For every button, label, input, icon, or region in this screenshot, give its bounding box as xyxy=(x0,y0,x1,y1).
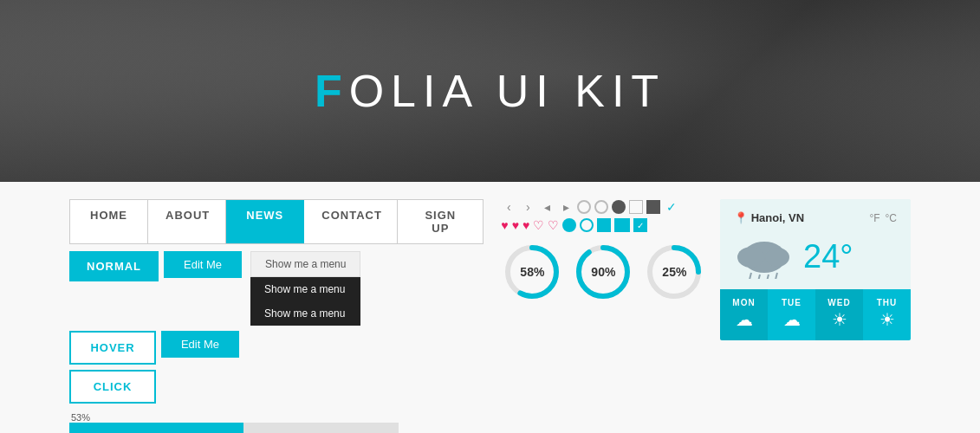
hero-title: FOLIA UI KIT xyxy=(315,65,665,117)
heart-icon-3[interactable]: ♥ xyxy=(522,218,529,232)
weather-day-thu[interactable]: THU ☀ xyxy=(863,289,911,340)
charts-row: 58% 90% 25% xyxy=(501,241,703,303)
day-icon-mon: ☁ xyxy=(727,309,761,330)
normal-row: NORMAL Edit Me Show me a menu Show me a … xyxy=(69,251,484,326)
tab-signup[interactable]: SIGN UP xyxy=(398,200,483,243)
svg-point-8 xyxy=(765,248,789,267)
dot-teal[interactable] xyxy=(562,218,576,232)
normal-button[interactable]: NORMAL xyxy=(69,251,159,281)
weather-day-tue[interactable]: TUE ☁ xyxy=(768,289,815,340)
check-icon[interactable]: ✓ xyxy=(664,199,679,215)
square-teal-1[interactable] xyxy=(597,218,611,232)
dot-empty-2[interactable] xyxy=(594,200,608,214)
tab-contact[interactable]: CONTACT xyxy=(304,200,398,243)
prev-icon[interactable]: ◂ xyxy=(539,199,555,215)
middle-column: ‹ › ◂ ▸ ✓ ♥ ♥ ♥ ♡ ♡ ✓ xyxy=(501,199,703,303)
dropdown-item-2[interactable]: Show me a menu xyxy=(250,277,360,301)
day-icon-wed: ☀ xyxy=(822,309,856,330)
circle-chart-3: 25% xyxy=(643,241,705,303)
hero-banner: FOLIA UI KIT xyxy=(0,0,980,182)
square-grid-2[interactable] xyxy=(646,200,660,214)
heart-outline-2[interactable]: ♡ xyxy=(548,218,559,232)
svg-point-7 xyxy=(737,247,765,268)
next-icon[interactable]: ▸ xyxy=(558,199,574,215)
weather-day-wed[interactable]: WED ☀ xyxy=(815,289,863,340)
progress-bar-1-fill xyxy=(69,423,243,433)
click-row: Click xyxy=(69,370,484,404)
weather-day-mon[interactable]: MON ☁ xyxy=(720,289,768,340)
controls-grid: ‹ › ◂ ▸ ✓ ♥ ♥ ♥ ♡ ♡ ✓ xyxy=(501,199,703,232)
weather-top: 📍 Hanoi, VN °F °C xyxy=(720,199,911,289)
dropdown-item-1[interactable]: Show me a menu xyxy=(250,251,360,277)
progress-bar-1-container: 53% xyxy=(69,412,484,433)
arrow-right-icon[interactable]: › xyxy=(520,199,535,215)
controls-row-1: ‹ › ◂ ▸ ✓ xyxy=(501,199,703,215)
day-name-wed: WED xyxy=(822,298,856,307)
dot-filled-dark[interactable] xyxy=(612,200,626,214)
weather-location: 📍 Hanoi, VN xyxy=(734,211,804,224)
progress-bar-1-label: 53% xyxy=(69,412,484,423)
weather-widget: 📍 Hanoi, VN °F °C xyxy=(720,199,911,340)
day-name-mon: MON xyxy=(727,298,761,307)
nav-tabs: HOME ABOUT NEWS CONTACT SIGN UP xyxy=(69,199,484,244)
location-text: Hanoi, VN xyxy=(751,211,804,224)
tab-news[interactable]: NEWS xyxy=(226,200,304,243)
svg-line-12 xyxy=(776,273,777,279)
temp-f[interactable]: °F xyxy=(869,212,879,224)
square-teal-checked[interactable]: ✓ xyxy=(633,218,647,232)
square-grid-1[interactable] xyxy=(629,200,643,214)
weather-days-row: MON ☁ TUE ☁ WED ☀ THU ☀ xyxy=(720,289,911,340)
chart-2-label: 90% xyxy=(591,265,615,279)
temp-toggle: °F °C xyxy=(869,212,897,224)
tab-about[interactable]: ABOUT xyxy=(148,200,226,243)
svg-line-10 xyxy=(758,275,760,279)
day-name-tue: TUE xyxy=(775,298,808,307)
hover-row: HOVER Edit Me xyxy=(69,331,484,365)
controls-row-2: ♥ ♥ ♥ ♡ ♡ ✓ xyxy=(501,218,703,232)
dot-empty-1[interactable] xyxy=(577,200,591,214)
chart-3-label: 25% xyxy=(662,265,686,279)
heart-outline-1[interactable]: ♡ xyxy=(533,218,544,232)
dropdown-item-3[interactable]: Show me a menu xyxy=(250,301,360,326)
hover-button[interactable]: HOVER xyxy=(69,331,156,365)
chart-1-label: 58% xyxy=(520,265,544,279)
left-column: HOME ABOUT NEWS CONTACT SIGN UP NORMAL E… xyxy=(69,199,484,433)
edit-button-1[interactable]: Edit Me xyxy=(164,251,242,278)
square-teal-2[interactable] xyxy=(614,218,630,232)
day-icon-thu: ☀ xyxy=(870,309,904,330)
weather-location-row: 📍 Hanoi, VN °F °C xyxy=(734,211,897,224)
temp-c[interactable]: °C xyxy=(886,212,897,224)
svg-line-11 xyxy=(767,275,769,279)
progress-section: 53% 65% DOWNLOADING..... xyxy=(69,412,484,433)
day-icon-tue: ☁ xyxy=(775,309,808,330)
heart-icon-2[interactable]: ♥ xyxy=(512,218,519,232)
hero-accent-letter: F xyxy=(315,66,349,116)
arrow-left-icon[interactable]: ‹ xyxy=(501,199,516,215)
content-area: HOME ABOUT NEWS CONTACT SIGN UP NORMAL E… xyxy=(0,182,980,433)
progress-bar-1 xyxy=(69,423,399,433)
tab-home[interactable]: HOME xyxy=(70,200,148,243)
svg-line-9 xyxy=(750,273,751,279)
heart-icon-1[interactable]: ♥ xyxy=(501,218,508,232)
edit-button-2[interactable]: Edit Me xyxy=(161,331,239,358)
circle-chart-2: 90% xyxy=(572,241,634,303)
day-name-thu: THU xyxy=(870,298,904,307)
circle-chart-1: 58% xyxy=(501,241,563,303)
weather-temp-display: 24° xyxy=(803,238,853,275)
weather-cloud-icon xyxy=(734,231,795,282)
weather-temperature: 24° xyxy=(803,238,853,275)
button-states-grid: NORMAL Edit Me Show me a menu Show me a … xyxy=(69,251,484,433)
dot-teal-outline[interactable] xyxy=(580,218,594,232)
weather-main: 24° xyxy=(734,231,897,282)
dropdown-menu-1: Show me a menu Show me a menu Show me a … xyxy=(250,251,360,326)
hero-title-rest: OLIA UI KIT xyxy=(349,66,665,116)
click-button[interactable]: Click xyxy=(69,370,156,404)
